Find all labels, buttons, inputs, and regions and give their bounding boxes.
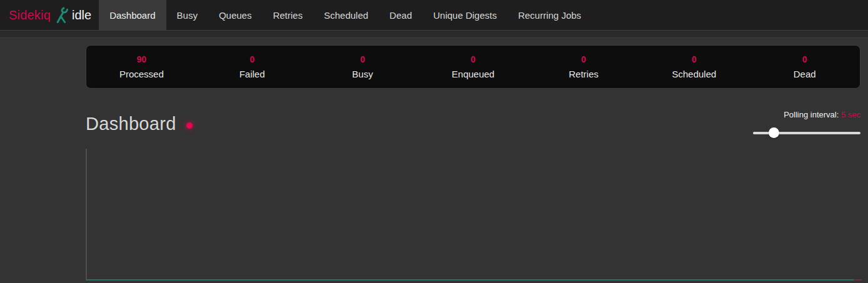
nav-item[interactable]: Retries [262,0,313,30]
sidekiq-logo-icon [56,7,68,23]
stat-cell[interactable]: 0 Retries [528,46,639,88]
nav-item-label: Retries [273,10,303,21]
nav-items: Dashboard Busy Queues Retries Scheduled … [99,0,592,30]
nav-item-label: Scheduled [324,10,368,21]
stat-cell[interactable]: 0 Enqueued [418,46,528,88]
stat-cell[interactable]: 0 Failed [197,46,308,88]
nav-item[interactable]: Busy [166,0,208,30]
stat-value: 0 [581,55,586,64]
polling-interval-label: Polling interval: [784,110,839,119]
nav-item-label: Recurring Jobs [518,10,581,21]
stat-cell[interactable]: 0 Dead [749,46,860,88]
nav-item-label: Busy [177,10,198,21]
stat-label: Retries [568,69,598,79]
realtime-chart-panel [86,149,860,281]
stat-label: Failed [240,69,265,79]
stat-label: Busy [352,69,373,79]
page-title: Dashboard [86,114,176,134]
polling-interval-control: Polling interval: 5 sec [753,110,860,138]
polling-interval-text: Polling interval: 5 sec [753,110,860,119]
nav-item-label: Dashboard [109,10,155,21]
stat-cell[interactable]: 0 Scheduled [639,46,750,88]
status-beacon-dot-icon [186,122,193,129]
nav-item[interactable]: Scheduled [313,0,379,30]
stat-label: Scheduled [672,69,717,79]
stat-value: 0 [692,55,697,64]
nav-item[interactable]: Dead [379,0,423,30]
summary-stats-bar: 90 Processed 0 Failed 0 Busy 0 Enqueued … [86,45,860,89]
nav-item[interactable]: Recurring Jobs [507,0,592,30]
nav-item[interactable]: Unique Digests [423,0,508,30]
polling-interval-value: 5 sec [841,110,860,119]
stat-value: 0 [471,55,476,64]
stat-cell[interactable]: 0 Busy [307,46,418,88]
polling-interval-slider[interactable] [753,127,860,138]
page-header: Dashboard Polling interval: 5 sec [86,114,860,138]
stat-cell[interactable]: 90 Processed [86,46,197,88]
sidekiq-brand-link[interactable]: Sidekiq idle [0,0,99,30]
stat-label: Enqueued [452,69,494,79]
nav-item-label: Unique Digests [433,10,497,21]
nav-item[interactable]: Queues [208,0,263,30]
page-title-wrap: Dashboard [86,114,193,134]
stat-label: Dead [794,69,816,79]
stat-value: 90 [137,55,147,64]
top-navbar: Sidekiq idle Dashboard Busy Queues Retri… [0,0,868,30]
chart-failed-line-tip [854,279,862,281]
nav-item-label: Queues [219,10,252,21]
nav-item[interactable]: Dashboard [99,0,166,30]
stat-value: 0 [360,55,365,64]
navbar-bottom-strip [0,30,868,38]
stat-value: 0 [802,55,807,64]
stat-value: 0 [250,55,255,64]
nav-item-label: Dead [390,10,412,21]
stat-label: Processed [119,69,164,79]
polling-slider-thumb[interactable] [769,127,779,138]
main-content: 90 Processed 0 Failed 0 Busy 0 Enqueued … [86,45,860,281]
brand-name: Sidekiq [9,8,51,22]
brand-status-text: idle [72,8,91,22]
